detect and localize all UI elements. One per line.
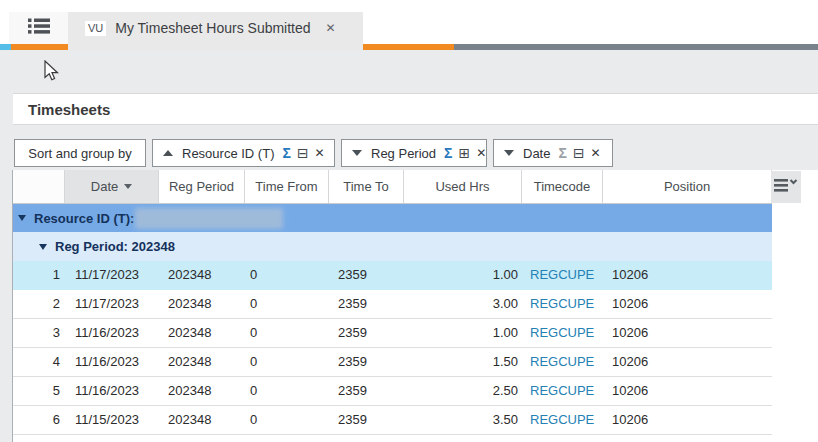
- cell-time-to: 2359: [338, 348, 367, 376]
- cell-position: 10206: [612, 290, 648, 318]
- column-header-reg-period[interactable]: Reg Period: [159, 170, 245, 203]
- tab-my-timesheet-hours-submitted[interactable]: VU My Timesheet Hours Submitted ✕: [68, 12, 363, 44]
- column-header-row-number: [13, 170, 65, 203]
- cell-time-to: 2359: [338, 261, 367, 289]
- cell-time-from: 0: [250, 406, 257, 434]
- cell-date: 11/17/2023: [75, 290, 139, 318]
- cell-row-number: 6: [13, 406, 60, 434]
- cell-timecode-link[interactable]: REGCUPE: [530, 377, 594, 405]
- group-row-resource-id[interactable]: Resource ID (T):: [13, 204, 772, 232]
- group-pill-reg-period[interactable]: Reg Period Σ ⊞ ✕: [341, 139, 487, 167]
- group-pill-resource-id[interactable]: Resource ID (T) Σ ⊟ ✕: [152, 139, 335, 167]
- cell-position: 10206: [612, 319, 648, 347]
- column-menu-icon: [774, 177, 799, 198]
- column-sort-desc-icon: [124, 184, 132, 189]
- cell-timecode-link[interactable]: REGCUPE: [530, 348, 594, 376]
- group-pill-label: Reg Period: [371, 146, 436, 161]
- app-window: VU My Timesheet Hours Submitted ✕ Timesh…: [0, 0, 818, 442]
- cell-position: 10206: [612, 261, 648, 289]
- table-row[interactable]: 4 11/16/2023 202348 0 2359 1.50 REGCUPE …: [13, 348, 772, 377]
- cell-used-hrs: 1.00: [404, 319, 518, 347]
- cell-reg-period: 202348: [168, 377, 211, 405]
- app-badge: VU: [85, 21, 106, 36]
- sort-desc-icon[interactable]: [352, 150, 362, 156]
- tab-close-icon[interactable]: ✕: [326, 22, 336, 34]
- sort-asc-icon[interactable]: [163, 150, 173, 156]
- cell-time-from: 0: [250, 377, 257, 405]
- column-header-date[interactable]: Date: [65, 170, 159, 203]
- redacted-text: [135, 208, 283, 229]
- cell-reg-period: 202348: [168, 261, 211, 289]
- cell-used-hrs: 1.50: [404, 348, 518, 376]
- cell-date: 11/17/2023: [75, 261, 139, 289]
- cell-timecode-link[interactable]: REGCUPE: [530, 290, 594, 318]
- cell-reg-period: 202348: [168, 406, 211, 434]
- cell-row-number: 1: [13, 261, 60, 289]
- table-row[interactable]: 6 11/15/2023 202348 0 2359 3.50 REGCUPE …: [13, 406, 772, 435]
- sort-desc-icon[interactable]: [504, 150, 514, 156]
- cell-time-to: 2359: [338, 377, 367, 405]
- grid-header-row: Date Reg Period Time From Time To Used H…: [13, 170, 772, 204]
- page-title: Timesheets: [28, 101, 110, 118]
- collapse-triangle-icon[interactable]: [18, 215, 26, 221]
- cell-used-hrs: 2.50: [404, 377, 518, 405]
- cell-used-hrs: 1.00: [404, 261, 518, 289]
- group-row-label: Resource ID (T):: [34, 211, 134, 226]
- cell-position: 10206: [612, 377, 648, 405]
- cell-date: 11/16/2023: [75, 377, 139, 405]
- cell-reg-period: 202348: [168, 290, 211, 318]
- expand-group-icon[interactable]: ⊞: [458, 146, 470, 160]
- column-header-used-hrs[interactable]: Used Hrs: [404, 170, 522, 203]
- remove-group-icon[interactable]: ✕: [591, 146, 601, 160]
- cell-timecode-link[interactable]: REGCUPE: [530, 261, 594, 289]
- cell-timecode-link[interactable]: REGCUPE: [530, 319, 594, 347]
- column-header-time-to[interactable]: Time To: [329, 170, 404, 203]
- menu-button[interactable]: [9, 12, 68, 44]
- panel-title-band: Timesheets: [13, 93, 818, 125]
- mouse-cursor: [44, 60, 60, 86]
- cell-reg-period: 202348: [168, 319, 211, 347]
- group-row-label: Reg Period: 202348: [55, 239, 175, 254]
- list-menu-icon: [28, 17, 50, 39]
- group-pill-label: Resource ID (T): [182, 146, 274, 161]
- table-row[interactable]: 2 11/17/2023 202348 0 2359 3.00 REGCUPE …: [13, 290, 772, 319]
- column-menu-button[interactable]: [771, 171, 801, 203]
- group-pill-label: Date: [523, 146, 550, 161]
- table-row[interactable]: 5 11/16/2023 202348 0 2359 2.50 REGCUPE …: [13, 377, 772, 406]
- sort-and-group-label: Sort and group by: [28, 146, 131, 161]
- group-row-reg-period[interactable]: Reg Period: 202348: [13, 232, 772, 261]
- cell-time-from: 0: [250, 290, 257, 318]
- column-header-timecode[interactable]: Timecode: [522, 170, 603, 203]
- cell-row-number: 4: [13, 348, 60, 376]
- cell-time-from: 0: [250, 261, 257, 289]
- remove-group-icon[interactable]: ✕: [476, 146, 486, 160]
- cell-row-number: 2: [13, 290, 60, 318]
- cell-used-hrs: 3.50: [404, 406, 518, 434]
- tab-title: My Timesheet Hours Submitted: [115, 20, 310, 36]
- sum-toggle-icon[interactable]: Σ: [558, 145, 566, 161]
- cell-date: 11/15/2023: [75, 406, 139, 434]
- sort-and-group-button[interactable]: Sort and group by: [14, 139, 146, 167]
- cell-time-to: 2359: [338, 319, 367, 347]
- cell-date: 11/16/2023: [75, 348, 139, 376]
- collapse-triangle-icon[interactable]: [39, 244, 47, 250]
- cell-time-to: 2359: [338, 290, 367, 318]
- remove-group-icon[interactable]: ✕: [315, 146, 325, 160]
- cell-used-hrs: 3.00: [404, 290, 518, 318]
- table-row[interactable]: 1 11/17/2023 202348 0 2359 1.00 REGCUPE …: [13, 261, 772, 290]
- sum-toggle-icon[interactable]: Σ: [444, 145, 452, 161]
- table-row[interactable]: 3 11/16/2023 202348 0 2359 1.00 REGCUPE …: [13, 319, 772, 348]
- cell-timecode-link[interactable]: REGCUPE: [530, 406, 594, 434]
- cell-time-from: 0: [250, 319, 257, 347]
- group-pill-date[interactable]: Date Σ ⊟ ✕: [493, 139, 613, 167]
- cell-time-to: 2359: [338, 406, 367, 434]
- collapse-group-icon[interactable]: ⊟: [297, 146, 309, 160]
- column-header-time-from[interactable]: Time From: [245, 170, 329, 203]
- cell-row-number: 3: [13, 319, 60, 347]
- cell-row-number: 5: [13, 377, 60, 405]
- cell-position: 10206: [612, 406, 648, 434]
- column-header-position[interactable]: Position: [603, 170, 772, 203]
- sum-toggle-icon[interactable]: Σ: [282, 145, 290, 161]
- cell-time-from: 0: [250, 348, 257, 376]
- collapse-group-icon[interactable]: ⊟: [573, 146, 585, 160]
